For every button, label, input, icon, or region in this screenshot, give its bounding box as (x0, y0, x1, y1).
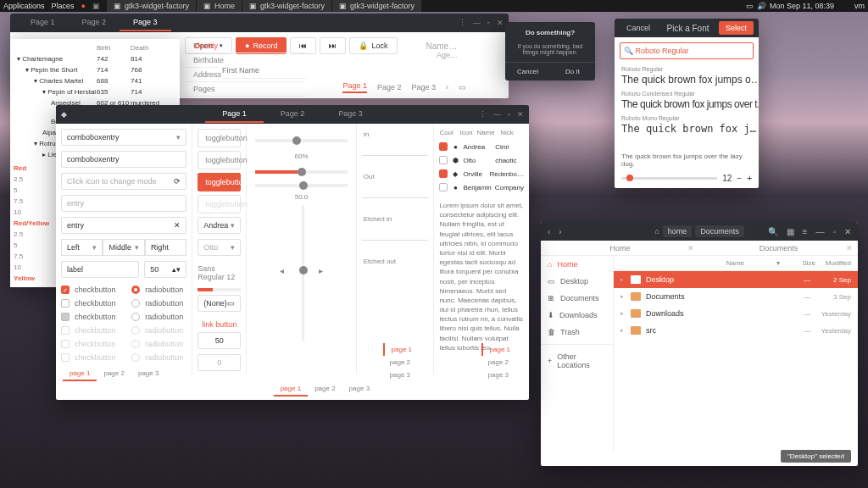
checkbutton-2[interactable]: checkbutton (61, 297, 116, 310)
radiobutton-2[interactable]: radiobutton (131, 297, 186, 310)
expand-icon[interactable]: ▸ (620, 310, 624, 317)
close-icon[interactable]: ✕ (497, 19, 504, 27)
color-none[interactable]: (None)▭ (198, 295, 241, 312)
row-check[interactable] (439, 183, 448, 191)
sidebar-item[interactable]: ⬇Downloads (541, 307, 613, 324)
doit-button[interactable]: Do It (550, 63, 595, 80)
home-icon[interactable]: ⌂ (654, 227, 659, 236)
cancel-button[interactable]: Cancel (505, 63, 550, 80)
maximize-icon[interactable]: ▫ (487, 19, 490, 27)
window-list-item[interactable]: ▣gtk3-widget-factory (107, 0, 196, 12)
sidebar-item[interactable]: 🗑Trash (541, 324, 613, 341)
maximize-icon[interactable]: ▫ (508, 110, 510, 119)
align-middle[interactable]: Middle (103, 239, 144, 256)
font-sample[interactable]: The quick brown fox jumps o… (615, 74, 759, 89)
window-list-item[interactable]: ▣gtk3-widget-factory (332, 0, 421, 12)
btab-c2[interactable]: page 2 (308, 382, 342, 396)
sidebar-item[interactable]: 🗎Documents (541, 290, 613, 307)
picker-icon[interactable]: ▭ (227, 299, 235, 308)
btab-r3[interactable]: page 3 (481, 369, 517, 381)
view-icon[interactable]: ▦ (787, 227, 794, 236)
sidebar-item[interactable]: +Other Locations (541, 348, 613, 374)
expand-icon[interactable]: ▸ (620, 327, 624, 334)
h-slider-1[interactable] (255, 139, 347, 142)
slider-right-icon[interactable]: ▸ (319, 266, 323, 275)
btab-m1[interactable]: page 1 (383, 343, 419, 356)
size-slider[interactable] (621, 177, 717, 180)
font-sample[interactable]: The quick brown fox jumps over t… (615, 98, 759, 114)
menu-icon[interactable]: ⋮ (479, 110, 487, 119)
close-icon[interactable]: ✕ (517, 110, 524, 119)
section-pages[interactable]: Pages (186, 82, 305, 97)
person-row[interactable]: ●BenjaminCompany (439, 180, 524, 194)
btab-r1[interactable]: page 1 (481, 343, 517, 356)
link-button[interactable]: link button (198, 317, 241, 332)
v-slider-thumb[interactable] (299, 266, 308, 274)
volume-icon[interactable]: 🔊 (757, 2, 766, 10)
tree-row[interactable]: ▾ Charlemagne742814 (14, 53, 176, 64)
toggle-active[interactable]: togglebutton (198, 173, 241, 191)
back-icon[interactable]: ‹ (548, 227, 550, 236)
network-icon[interactable]: ▭ (746, 2, 754, 10)
tree-row[interactable]: ▾ Pepin of Herstal635714 (14, 86, 176, 97)
file-row[interactable]: ▸Desktop—2 Sep (614, 271, 858, 288)
file-row[interactable]: ▸src—Yesterday (614, 322, 858, 339)
row-check[interactable] (439, 156, 448, 164)
file-row[interactable]: ▸Documents—3 Sep (614, 288, 858, 305)
spin-50[interactable]: 50▴▾ (144, 261, 186, 278)
user-menu[interactable]: vm (854, 2, 865, 10)
titlebar[interactable]: ◆ Page 1 Page 2 Page 3 ⋮—▫✕ (56, 105, 529, 124)
minimize-icon[interactable]: — (473, 19, 481, 27)
mode-input[interactable]: Click icon to change mode⟳ (61, 173, 186, 190)
subpage-2[interactable]: Page 2 (377, 83, 402, 92)
applications-menu[interactable]: Applications (3, 2, 45, 10)
skip-fwd-button[interactable]: ⏭ (320, 37, 346, 54)
font-search[interactable]: 🔍 Roboto Regular (620, 42, 754, 59)
checkbutton-3[interactable]: checkbutton (61, 310, 116, 324)
sidebar-item[interactable]: ▭Desktop (541, 273, 613, 290)
size-dec-icon[interactable]: − (737, 174, 742, 183)
size-value[interactable]: 12 (722, 174, 732, 183)
h-slider-2[interactable] (255, 170, 347, 174)
radiobutton-3[interactable]: radiobutton (131, 310, 186, 324)
size-inc-icon[interactable]: + (747, 174, 752, 183)
tree-row[interactable]: ▾ Pepin the Short714768 (14, 64, 176, 75)
slider-left-icon[interactable]: ◂ (280, 266, 284, 275)
clock[interactable]: Mon Sep 11, 08:39 (770, 2, 834, 10)
checkbutton-1[interactable]: checkbutton (61, 283, 116, 297)
tree-row[interactable]: ▾ Charles Martel688741 (14, 75, 176, 86)
tab-page3[interactable]: Page 3 (321, 106, 380, 123)
person-row[interactable]: ◆OrvilleRedenbo… (439, 167, 524, 180)
places-menu[interactable]: Places (52, 2, 75, 10)
btab-l2[interactable]: page 2 (97, 367, 131, 381)
btab-m2[interactable]: page 2 (383, 356, 419, 369)
cancel-button[interactable]: Cancel (620, 21, 657, 35)
row-check[interactable] (439, 142, 448, 151)
tab-page2[interactable]: Page 2 (69, 14, 120, 31)
btab-c3[interactable]: page 3 (342, 382, 376, 396)
file-row[interactable]: ▸Downloads—Yesterday (614, 305, 858, 322)
person-row[interactable]: ⬢Ottochaotic (439, 153, 524, 167)
btab-r2[interactable]: page 2 (481, 356, 517, 369)
toggle-2[interactable]: togglebutton (198, 151, 241, 169)
path-bar[interactable]: ⌂ home Documents (654, 225, 743, 237)
minimize-icon[interactable]: — (815, 227, 824, 236)
section-identity[interactable]: Identity (186, 39, 305, 53)
toggle-1[interactable]: togglebutton (198, 129, 241, 147)
h-slider-3[interactable] (255, 184, 347, 187)
btab-m3[interactable]: page 3 (383, 369, 419, 381)
spin-value[interactable]: 50 (198, 332, 241, 349)
tab-documents[interactable]: Documents✕ (699, 241, 858, 255)
tab-page2[interactable]: Page 2 (264, 106, 322, 123)
close-tab-icon[interactable]: ✕ (846, 244, 853, 252)
clear-icon[interactable]: ✕ (174, 221, 181, 230)
search-icon[interactable]: 🔍 (768, 227, 778, 236)
tab-page1[interactable]: Page 1 (17, 14, 69, 31)
name-placeholder[interactable]: Name… (426, 42, 458, 51)
menu-icon[interactable]: ≡ (803, 227, 808, 236)
row-check[interactable] (439, 169, 448, 178)
combo-2[interactable]: comboboxentry (61, 151, 186, 168)
first-name-input[interactable] (222, 63, 307, 79)
titlebar[interactable]: Page 1 Page 2 Page 3 ⋮—▫✕ (10, 14, 509, 32)
close-icon[interactable]: ✕ (844, 227, 851, 236)
